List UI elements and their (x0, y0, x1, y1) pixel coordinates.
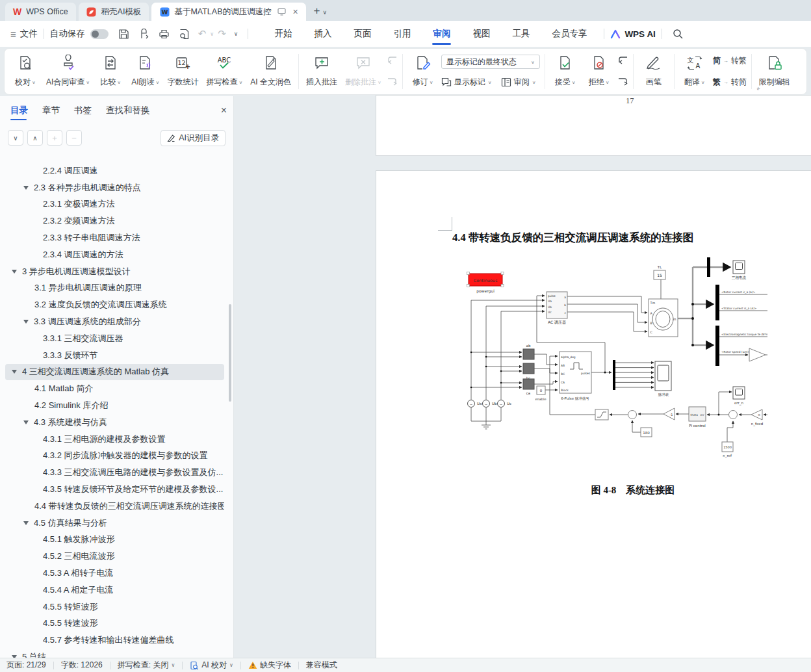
traditional-to-simplified-button[interactable]: 繁→ 转简 (713, 76, 747, 88)
autosave-toggle[interactable] (90, 29, 109, 39)
menu-tab-3[interactable]: 页面 (342, 21, 382, 47)
missing-font-warning[interactable]: ! 缺失字体 (248, 660, 291, 671)
menu-tab-8[interactable]: 会员专享 (541, 21, 598, 47)
ai-polish-button[interactable]: AI 全文润色 (246, 51, 295, 92)
toc-item[interactable]: 4.3.5 转速反馈环节及给定环节的建模及参数设... (5, 481, 224, 498)
word-count-indicator[interactable]: 字数: 12026 (61, 660, 103, 671)
insert-comment-button[interactable]: 插入批注 (302, 51, 341, 92)
compare-button[interactable]: 比较∨ (94, 51, 127, 92)
toc-item[interactable]: 4.2 Simulink 库介绍 (5, 397, 224, 414)
toc-item[interactable]: 4.5.7 参考转速和输出转速偏差曲线 (5, 632, 224, 649)
tab-toc[interactable]: 目录 (10, 105, 28, 116)
toc-item[interactable]: 4.5.1 触发脉冲波形 (5, 532, 224, 549)
toc-item[interactable]: 4.5.3 A 相转子电流 (5, 565, 224, 582)
collapse-triangle-icon[interactable] (12, 370, 17, 374)
toc-item[interactable]: 2.2.4 调压调速 (5, 162, 224, 179)
toc-item[interactable]: 3.3.3 反馈环节 (5, 347, 224, 364)
tab-list-chevron-icon[interactable]: ∨ (323, 9, 328, 16)
undo-icon[interactable]: ↶ (198, 28, 207, 40)
toc-item[interactable]: 4.3.2 同步流脉冲触发器的建模与参数的设置 (5, 448, 224, 465)
zoom-in-level-button[interactable]: + (47, 130, 62, 146)
export-icon[interactable] (138, 28, 150, 40)
previous-comment-button[interactable] (387, 55, 398, 66)
collapse-triangle-icon[interactable] (12, 270, 17, 274)
monitor-icon[interactable] (276, 6, 287, 17)
toc-item[interactable]: 4.3.3 三相交流调压电路的建模与参数设置及仿... (5, 464, 224, 481)
redo-icon[interactable]: ↷ (218, 28, 226, 40)
search-icon[interactable] (672, 28, 684, 40)
main-menu-hamburger-icon[interactable]: ≡ (10, 29, 16, 40)
toc-item[interactable]: 2.3.3 转子串电阻调速方法 (5, 229, 224, 246)
restrict-editing-button[interactable]: 限制编辑 (755, 51, 794, 92)
toc-item[interactable]: 3.3.1 三相交流调压器 (5, 330, 224, 347)
expand-all-button[interactable]: ∨ (8, 130, 23, 146)
toc-item[interactable]: 4.5.4 A 相定子电流 (5, 582, 224, 599)
tab-bookmarks[interactable]: 书签 (74, 105, 92, 116)
toc-scrollbar-thumb[interactable] (229, 304, 231, 402)
spell-check-button[interactable]: ABC 拼写检查∨ (202, 51, 246, 92)
print-preview-icon[interactable] (178, 28, 190, 40)
app-tab-docer[interactable]: 稻壳AI模板 (79, 3, 149, 21)
collapse-all-button[interactable]: ∧ (27, 130, 43, 146)
track-changes-button[interactable]: 修订∨ (406, 51, 440, 92)
file-menu[interactable]: 文件 (20, 28, 38, 40)
simplified-to-traditional-button[interactable]: 简→ 转繁 (713, 55, 747, 66)
close-tab-icon[interactable]: × (292, 6, 298, 17)
toc-item[interactable]: 3.2 速度负反馈的交流调压调速系统 (5, 296, 224, 313)
ai-read-aloud-button[interactable]: AI朗读∨ (127, 51, 163, 92)
more-tools-chevron-icon[interactable]: ∨ (234, 31, 238, 37)
wps-ai-button[interactable]: WPS AI (610, 29, 656, 39)
accept-change-button[interactable]: 接受∨ (548, 51, 582, 92)
page-indicator[interactable]: 页面: 21/29 (6, 660, 46, 671)
undo-chevron-icon[interactable]: ∨ (210, 31, 214, 37)
next-comment-button[interactable] (387, 76, 398, 88)
toc-item[interactable]: 4.3 系统建模与仿真 (5, 414, 224, 431)
current-page[interactable]: 4.4 带转速负反馈的三相交流调压调速系统的连接图 (376, 170, 811, 659)
menu-tab-7[interactable]: 工具 (501, 21, 541, 47)
tab-chapters[interactable]: 章节 (42, 105, 60, 116)
markup-state-select[interactable]: 显示标记的最终状态 ∨ (441, 55, 540, 69)
toc-item[interactable]: 4.5.5 转矩波形 (5, 599, 224, 615)
tab-find-replace[interactable]: 查找和替换 (106, 105, 150, 116)
toc-item[interactable]: 4.5.2 三相电流波形 (5, 548, 224, 565)
review-pane-button[interactable]: 审阅∨ (501, 76, 536, 88)
toc-item[interactable]: 4.5.5 转速波形 (5, 615, 224, 632)
toc-item[interactable]: 5 总结 (5, 649, 224, 658)
toc-item[interactable]: 3 异步电机调压调速模型设计 (5, 263, 224, 280)
menu-tab-2[interactable]: 插入 (303, 21, 342, 47)
save-icon[interactable] (118, 28, 130, 40)
zoom-out-level-button[interactable]: − (66, 130, 82, 146)
document-tab[interactable]: W 基于MATLAB的调压调速控制 × (151, 3, 305, 21)
ai-contract-review-button[interactable]: AI合同审查∨ (42, 51, 94, 92)
toc-item[interactable]: 4 三相交流调压调速系统的 Matlab 仿真 (5, 364, 224, 381)
menu-tab-1[interactable]: 开始 (263, 21, 303, 47)
print-icon[interactable] (158, 28, 170, 40)
close-panel-icon[interactable]: × (221, 105, 227, 116)
toc-item[interactable]: 4.1 Matlab 简介 (5, 380, 224, 397)
toc-item[interactable]: 2.3 各种异步电机调速的特点 (5, 179, 224, 196)
spellcheck-status[interactable]: 拼写检查: 关闭 ∨ (118, 660, 175, 671)
reject-change-button[interactable]: 拒绝∨ (582, 51, 616, 92)
ink-brush-button[interactable]: 画笔 (637, 51, 671, 92)
new-tab-button[interactable]: + (314, 5, 320, 18)
next-change-button[interactable] (617, 76, 628, 88)
toc-item[interactable]: 4.4 带转速负反馈的三相交流调压调速系统的连接图 (5, 498, 224, 515)
previous-page[interactable]: 17 (376, 95, 811, 156)
toc-item[interactable]: 3.3 调压调速系统的组成部分 (5, 313, 224, 330)
ai-proofread-status[interactable]: AI 校对 ∨ (190, 660, 233, 671)
menu-tab-4[interactable]: 引用 (382, 21, 422, 47)
collapse-triangle-icon[interactable] (23, 320, 29, 324)
toc-item[interactable]: 4.3.1 三相电源的建模及参数设置 (5, 431, 224, 448)
toc-item[interactable]: 3.1 异步电机调压调速的原理 (5, 280, 224, 297)
menu-tab-5[interactable]: 审阅 (422, 21, 461, 47)
previous-change-button[interactable] (617, 55, 628, 66)
toc-item[interactable]: 2.3.2 变频调速方法 (5, 213, 224, 229)
collapse-triangle-icon[interactable] (23, 186, 29, 190)
toc-item[interactable]: 2.3.4 调压调速的方法 (5, 246, 224, 263)
translate-button[interactable]: 文A 翻译∨ (678, 51, 712, 92)
ai-detect-toc-button[interactable]: AI识别目录 (161, 130, 225, 146)
app-tab-wps-office[interactable]: W WPS Office (5, 3, 76, 21)
show-markup-button[interactable]: 显示标记∨ (441, 76, 492, 88)
menu-tab-6[interactable]: 视图 (461, 21, 501, 47)
delete-comment-button[interactable]: 删除批注∨ (341, 51, 385, 92)
